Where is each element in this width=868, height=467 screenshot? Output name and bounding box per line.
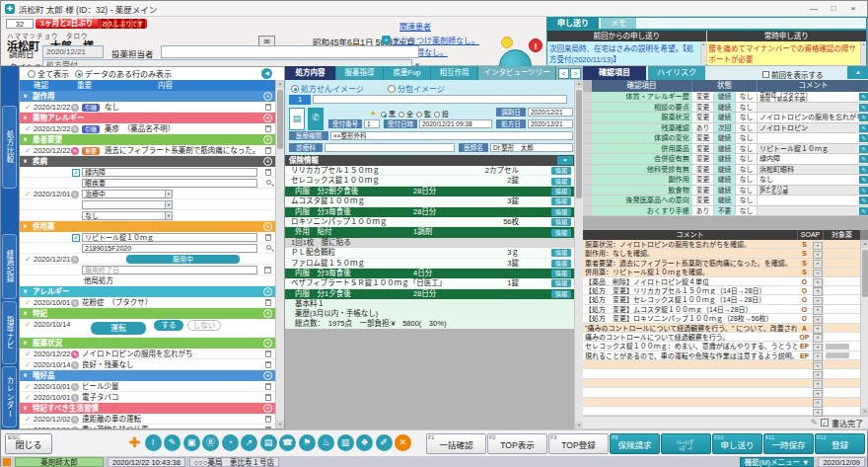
edit-pencil-icon[interactable]: ✎ bbox=[859, 187, 868, 195]
show-previous-checkbox[interactable]: 前回を表示する bbox=[762, 69, 824, 80]
edit-pencil-icon[interactable]: ✎ bbox=[859, 176, 868, 184]
checklist-comment[interactable]: 緑内障✎ bbox=[758, 154, 868, 164]
state-option-なし[interactable]: なし bbox=[736, 113, 758, 122]
toggle-on-button[interactable]: する bbox=[154, 320, 183, 331]
record-row[interactable]: ✓2020/12/22✎ノイロトロピンの服用を忘れがち bbox=[20, 349, 275, 359]
prescription-tab-3[interactable]: 疾患Fup bbox=[384, 66, 431, 80]
soap-dropdown-icon[interactable] bbox=[812, 277, 823, 285]
section-header[interactable]: ∨患者要望+ bbox=[20, 134, 275, 145]
comment-row[interactable]: 【処方 変更】ロキソニンパップ１００ｍｇ（28枚→56枚）O bbox=[583, 314, 860, 323]
related-patient-link[interactable]: 関連患者 bbox=[399, 21, 431, 32]
comment-row[interactable]: 併用薬：リピトール錠１０ｍｇを確認。S bbox=[583, 268, 860, 276]
checklist-comment[interactable]: 電子タバコビール少量✎ bbox=[758, 186, 868, 195]
state-option-継続[interactable]: 継続 bbox=[714, 154, 736, 164]
record-field[interactable]: 2189015F2020 bbox=[82, 244, 257, 253]
info-badge-button[interactable]: 情報 bbox=[551, 178, 571, 186]
rx-line[interactable]: ムコスタ錠１００ｍｇ3錠情報 bbox=[285, 196, 574, 206]
state-option-継続[interactable]: 継続 bbox=[714, 113, 736, 122]
move-icon[interactable]: ✚ bbox=[127, 434, 142, 451]
edit-pencil-icon[interactable]: ✎ bbox=[859, 145, 868, 153]
add-row-icon[interactable]: + bbox=[263, 287, 272, 296]
fn-button-TOP表示[interactable]: F2TOP表示 bbox=[487, 433, 547, 454]
edit-pencil-icon[interactable]: ✎ bbox=[859, 104, 868, 112]
state-option-継続[interactable]: 継続 bbox=[714, 195, 736, 205]
rx-line[interactable]: 外用 貼付1調剤情報 bbox=[285, 227, 574, 237]
state-option-なし[interactable]: なし bbox=[736, 195, 758, 205]
doctor-value[interactable]: Dr.整形 太郎 bbox=[490, 143, 573, 152]
edit-pencil-icon[interactable]: ✎ bbox=[71, 147, 79, 155]
reception-dt-value[interactable]: 2020/12/21 09:38 bbox=[419, 119, 492, 128]
record-row[interactable]: ✓2020/10/14✎良好・残薬なし bbox=[20, 359, 275, 370]
soap-dropdown-icon[interactable] bbox=[812, 314, 823, 322]
state-option-変更[interactable]: 変更 bbox=[692, 175, 714, 185]
record-row[interactable]: ✓2020/12/02✎遠距離の車の運転 bbox=[20, 414, 275, 425]
rx-line[interactable]: 内服 分2朝夕食後28日分情報 bbox=[285, 187, 574, 196]
chart-icon[interactable]: ↗ bbox=[241, 434, 257, 451]
rx-line[interactable]: 内服 分3毎食後4日分情報 bbox=[285, 269, 574, 278]
insurance-dropdown-icon[interactable]: ▼ bbox=[557, 156, 573, 165]
record-field[interactable]: 服用終了日 bbox=[82, 266, 257, 274]
edit-pencil-icon[interactable]: ✎ bbox=[71, 383, 79, 391]
comment-row[interactable]: "痛みのコントロールについて経過観察を行う。" について、改善されず。A bbox=[583, 324, 860, 333]
grid-icon[interactable]: ▥ bbox=[337, 434, 354, 451]
check-icon[interactable]: ✓ bbox=[25, 349, 32, 359]
comment-row[interactable]: 患者要望：過去にフィブラート系薬剤で筋肉痛になった。を確認。S bbox=[583, 259, 860, 268]
trash-icon[interactable] bbox=[265, 299, 271, 306]
add-row-icon[interactable]: + bbox=[263, 404, 272, 413]
edit-pencil-icon[interactable]: ✎ bbox=[859, 207, 868, 215]
trash-icon[interactable] bbox=[265, 416, 271, 423]
comment-row[interactable]: 【処方 変更】ムコスタ錠１００ｍｇ（14日→28日）O bbox=[583, 305, 860, 314]
side-tab-1[interactable]: 処方比較 bbox=[2, 106, 17, 189]
rx-line[interactable]: ファロム錠１５０ｍｇ3錠情報 bbox=[285, 259, 574, 269]
radio-show-all[interactable]: 全て表示 bbox=[28, 68, 69, 79]
ink-option-投[interactable]: 投 bbox=[434, 111, 449, 117]
state-option-変更[interactable]: 変更 bbox=[692, 103, 714, 113]
soap-dropdown-icon[interactable] bbox=[812, 342, 823, 350]
state-option-継続[interactable]: 継続 bbox=[714, 92, 736, 102]
page-title-field[interactable] bbox=[313, 95, 567, 104]
info-badge-button[interactable]: 情報 bbox=[551, 167, 571, 175]
section-header[interactable]: ∨特記+ bbox=[20, 308, 275, 319]
handover-always-scrollbar[interactable]: ▲ bbox=[860, 41, 866, 65]
prescription-tab-2[interactable]: 服薬指導 bbox=[336, 66, 384, 80]
state-option-継続[interactable]: 継続 bbox=[714, 103, 736, 113]
side-tab-2[interactable]: 経過記録 bbox=[2, 234, 17, 299]
trash-icon[interactable] bbox=[265, 169, 271, 176]
write-done-checkbox[interactable]: ✓ bbox=[821, 419, 829, 427]
state-option-なし[interactable]: なし bbox=[736, 123, 758, 133]
driving-pill[interactable]: 運転 bbox=[91, 322, 146, 335]
state-option-あり[interactable]: あり bbox=[692, 206, 714, 216]
fn-button-保険請求[interactable]: F9保険請求 bbox=[610, 433, 660, 454]
check-icon[interactable]: ✓ bbox=[25, 254, 32, 265]
add-row-icon[interactable]: + bbox=[263, 157, 272, 166]
edit-pencil-icon[interactable]: ✎ bbox=[71, 416, 79, 424]
record-select[interactable]: ▼ bbox=[82, 200, 173, 209]
check-icon[interactable]: ✓ bbox=[25, 123, 32, 134]
check-icon[interactable]: ✓ bbox=[25, 297, 32, 308]
info-badge-button[interactable]: 情報 bbox=[551, 208, 571, 216]
add-row-icon[interactable]: + bbox=[263, 309, 272, 318]
edit-pencil-icon[interactable]: ✎ bbox=[71, 427, 79, 429]
checklist-comment[interactable]: ✎ bbox=[758, 195, 868, 205]
checklist-comment[interactable]: リピトール錠１０ｍｇ✎ bbox=[758, 144, 868, 154]
state-option-変更[interactable]: 変更 bbox=[692, 195, 714, 205]
institution-value[interactable]: ××整形外科 bbox=[330, 131, 573, 140]
record-row[interactable]: ✓2020/12/22✎引継薬疹 （薬品名不明） bbox=[20, 123, 275, 134]
comment-row[interactable] bbox=[583, 360, 860, 369]
state-option-継続[interactable]: 継続 bbox=[714, 165, 736, 175]
fn-button-TOP登録[interactable]: F3TOP登録 bbox=[548, 433, 609, 454]
info-badge-button[interactable]: 情報 bbox=[551, 229, 571, 237]
comment-row[interactable]: 痛みのコントロールについて経過観察を行う。OP bbox=[583, 333, 860, 342]
memo-icon[interactable]: ✎ bbox=[164, 434, 181, 451]
comment-row[interactable]: 【処方 変更】セレコックス錠１００ｍｇ（14日→28日）O bbox=[583, 295, 860, 304]
dispense-date-value[interactable]: 2020/12/21 bbox=[528, 108, 573, 117]
state-option-なし[interactable]: なし bbox=[736, 154, 758, 164]
fn-button-ﾄﾚｰｼﾝｸﾞﾚﾎﾟｰﾄ[interactable]: ﾄﾚｰｼﾝｸﾞ ﾚﾎﾟｰﾄ bbox=[661, 433, 711, 454]
close-circle-icon[interactable]: ✕ bbox=[395, 434, 411, 451]
edit-pencil-icon[interactable]: ✎ bbox=[71, 361, 79, 369]
info-badge-button[interactable]: 情報 bbox=[551, 249, 571, 257]
side-tab-4[interactable]: カレンダー bbox=[2, 366, 17, 428]
fn-button-一時保存[interactable]: F11一時保存 bbox=[763, 433, 814, 454]
soap-dropdown-icon[interactable] bbox=[812, 369, 823, 377]
maximize-button[interactable]: □ bbox=[824, 3, 843, 15]
